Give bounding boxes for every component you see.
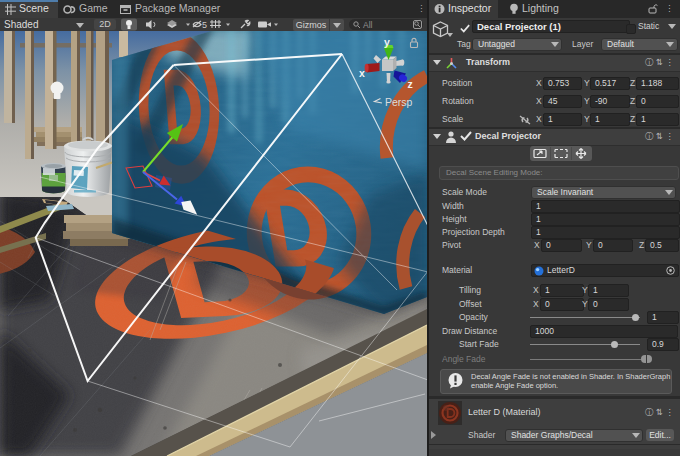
svg-text:y: y xyxy=(384,36,390,48)
svg-text:Persp: Persp xyxy=(385,96,413,108)
svg-text:5: 5 xyxy=(202,20,207,30)
svg-text:z: z xyxy=(408,78,413,90)
svg-text:x: x xyxy=(359,67,365,79)
